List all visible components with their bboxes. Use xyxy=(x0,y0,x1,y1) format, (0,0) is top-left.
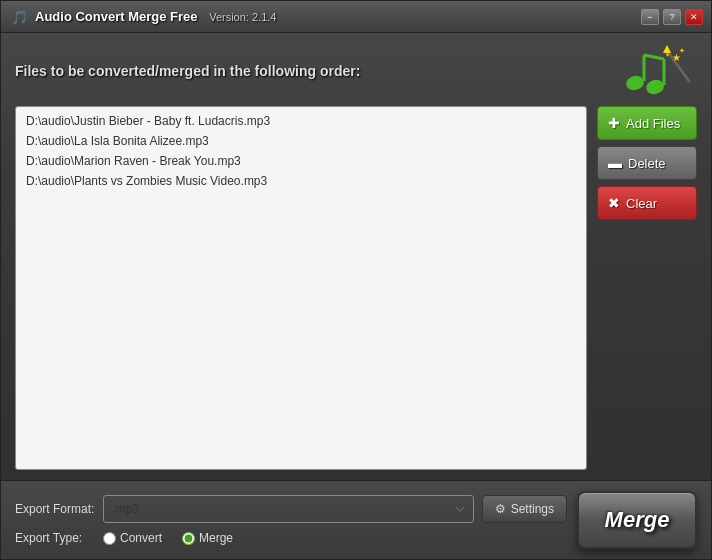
app-title: Audio Convert Merge Free Version: 2.1.4 xyxy=(35,9,703,24)
delete-button[interactable]: ▬ Delete xyxy=(597,146,697,180)
app-icon: 🎵 xyxy=(9,7,29,27)
header-area: Files to be converted/merged in the foll… xyxy=(1,33,711,106)
file-list[interactable]: D:\audio\Justin Bieber - Baby ft. Ludacr… xyxy=(15,106,587,470)
export-type-radio-group: Convert Merge xyxy=(103,531,233,545)
main-window: 🎵 Audio Convert Merge Free Version: 2.1.… xyxy=(0,0,712,560)
list-item: D:\audio\Marion Raven - Break You.mp3 xyxy=(20,151,582,171)
clear-icon: ✖ xyxy=(608,196,620,210)
convert-radio[interactable] xyxy=(103,532,116,545)
merge-button-text: Merge xyxy=(605,507,670,533)
list-item: D:\audio\Justin Bieber - Baby ft. Ludacr… xyxy=(20,111,582,131)
settings-gear-icon: ⚙ xyxy=(495,502,506,516)
export-type-row: Export Type: Convert Merge xyxy=(15,531,567,545)
convert-radio-text: Convert xyxy=(120,531,162,545)
merge-radio-text: Merge xyxy=(199,531,233,545)
add-files-label: Add Files xyxy=(626,116,680,131)
export-format-label: Export Format: xyxy=(15,502,95,516)
add-icon: ✚ xyxy=(608,116,620,130)
title-text: Audio Convert Merge Free xyxy=(35,9,198,24)
app-logo: ★ ✦ ✦ xyxy=(617,43,697,98)
clear-button[interactable]: ✖ Clear xyxy=(597,186,697,220)
merge-button[interactable]: Merge xyxy=(577,491,697,549)
title-bar: 🎵 Audio Convert Merge Free Version: 2.1.… xyxy=(1,1,711,33)
version-text: Version: 2.1.4 xyxy=(209,11,276,23)
merge-radio[interactable] xyxy=(182,532,195,545)
svg-text:✦: ✦ xyxy=(665,52,670,58)
convert-radio-label[interactable]: Convert xyxy=(103,531,162,545)
delete-icon: ▬ xyxy=(608,156,622,170)
settings-label: Settings xyxy=(511,502,554,516)
help-button[interactable]: ? xyxy=(663,9,681,25)
add-files-button[interactable]: ✚ Add Files xyxy=(597,106,697,140)
svg-line-4 xyxy=(644,55,664,59)
svg-point-1 xyxy=(644,78,665,96)
svg-point-0 xyxy=(624,74,645,92)
title-controls: − ? ✕ xyxy=(641,9,703,25)
minimize-button[interactable]: − xyxy=(641,9,659,25)
main-content: D:\audio\Justin Bieber - Baby ft. Ludacr… xyxy=(1,106,711,480)
export-type-label: Export Type: xyxy=(15,531,95,545)
delete-label: Delete xyxy=(628,156,666,171)
settings-button[interactable]: ⚙ Settings xyxy=(482,495,567,523)
list-item: D:\audio\Plants vs Zombies Music Video.m… xyxy=(20,171,582,191)
merge-radio-label[interactable]: Merge xyxy=(182,531,233,545)
side-buttons: ✚ Add Files ▬ Delete ✖ Clear xyxy=(597,106,697,470)
clear-label: Clear xyxy=(626,196,657,211)
list-item: D:\audio\La Isla Bonita Alizee.mp3 xyxy=(20,131,582,151)
header-title: Files to be converted/merged in the foll… xyxy=(15,63,360,79)
close-button[interactable]: ✕ xyxy=(685,9,703,25)
format-select[interactable]: .mp3 .wav .ogg .wma .aac xyxy=(103,495,474,523)
export-format-row: Export Format: .mp3 .wav .ogg .wma .aac … xyxy=(15,495,567,523)
bottom-bar: Export Format: .mp3 .wav .ogg .wma .aac … xyxy=(1,480,711,559)
bottom-left: Export Format: .mp3 .wav .ogg .wma .aac … xyxy=(15,495,567,545)
svg-text:✦: ✦ xyxy=(679,47,685,54)
